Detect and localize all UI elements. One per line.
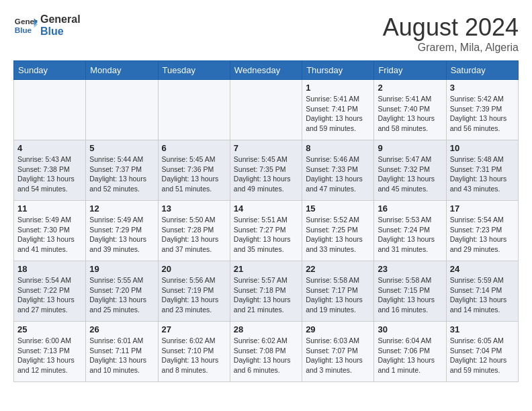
day-number: 19 [89, 264, 154, 274]
day-info: Sunrise: 6:04 AMSunset: 7:06 PMDaylight:… [378, 336, 442, 375]
calendar-cell: 8Sunrise: 5:46 AMSunset: 7:33 PMDaylight… [302, 140, 374, 201]
calendar-cell: 29Sunrise: 6:03 AMSunset: 7:07 PMDayligh… [302, 322, 374, 382]
day-number: 23 [378, 264, 442, 274]
day-number: 11 [17, 203, 82, 214]
day-number: 6 [162, 143, 226, 153]
svg-text:Blue: Blue [15, 26, 32, 34]
logo-line2: Blue [40, 26, 81, 38]
day-number: 21 [234, 264, 298, 274]
calendar-cell: 19Sunrise: 5:55 AMSunset: 7:20 PMDayligh… [86, 261, 158, 322]
calendar-cell: 7Sunrise: 5:45 AMSunset: 7:35 PMDaylight… [230, 140, 302, 201]
calendar-cell: 16Sunrise: 5:53 AMSunset: 7:24 PMDayligh… [374, 201, 446, 261]
day-info: Sunrise: 5:54 AMSunset: 7:22 PMDaylight:… [17, 275, 82, 315]
day-info: Sunrise: 5:45 AMSunset: 7:35 PMDaylight:… [234, 154, 298, 194]
day-info: Sunrise: 5:45 AMSunset: 7:36 PMDaylight:… [162, 154, 226, 194]
day-info: Sunrise: 5:44 AMSunset: 7:37 PMDaylight:… [89, 154, 154, 194]
day-info: Sunrise: 6:01 AMSunset: 7:11 PMDaylight:… [89, 336, 154, 375]
calendar-cell: 27Sunrise: 6:02 AMSunset: 7:10 PMDayligh… [158, 322, 230, 382]
week-row-5: 25Sunrise: 6:00 AMSunset: 7:13 PMDayligh… [14, 322, 519, 382]
calendar-body: 1Sunrise: 5:41 AMSunset: 7:41 PMDaylight… [14, 80, 519, 382]
weekday-header-wednesday: Wednesday [230, 61, 302, 80]
day-info: Sunrise: 6:02 AMSunset: 7:08 PMDaylight:… [234, 336, 298, 375]
calendar-cell: 4Sunrise: 5:43 AMSunset: 7:38 PMDaylight… [14, 140, 86, 201]
day-number: 20 [162, 264, 226, 274]
calendar-cell: 28Sunrise: 6:02 AMSunset: 7:08 PMDayligh… [230, 322, 302, 382]
weekday-header-thursday: Thursday [302, 61, 374, 80]
day-number: 29 [306, 324, 370, 334]
day-info: Sunrise: 5:48 AMSunset: 7:31 PMDaylight:… [450, 154, 515, 194]
calendar-table: SundayMondayTuesdayWednesdayThursdayFrid… [13, 60, 519, 382]
day-number: 22 [306, 264, 370, 274]
calendar-cell: 9Sunrise: 5:47 AMSunset: 7:32 PMDaylight… [374, 140, 446, 201]
day-number: 24 [450, 264, 515, 274]
day-info: Sunrise: 5:55 AMSunset: 7:20 PMDaylight:… [89, 275, 154, 315]
calendar-cell [14, 80, 86, 140]
day-info: Sunrise: 5:49 AMSunset: 7:29 PMDaylight:… [89, 215, 154, 255]
weekday-header-monday: Monday [86, 61, 158, 80]
calendar-cell: 12Sunrise: 5:49 AMSunset: 7:29 PMDayligh… [86, 201, 158, 261]
calendar-cell: 14Sunrise: 5:51 AMSunset: 7:27 PMDayligh… [230, 201, 302, 261]
day-number: 5 [89, 143, 154, 153]
day-number: 26 [89, 324, 154, 334]
weekday-header-tuesday: Tuesday [158, 61, 230, 80]
day-info: Sunrise: 5:54 AMSunset: 7:23 PMDaylight:… [450, 215, 515, 255]
logo-icon: General Blue [13, 13, 38, 38]
day-info: Sunrise: 5:57 AMSunset: 7:18 PMDaylight:… [234, 275, 298, 315]
calendar-cell: 10Sunrise: 5:48 AMSunset: 7:31 PMDayligh… [446, 140, 518, 201]
day-info: Sunrise: 5:58 AMSunset: 7:15 PMDaylight:… [378, 275, 442, 315]
day-number: 13 [162, 203, 226, 214]
day-info: Sunrise: 5:49 AMSunset: 7:30 PMDaylight:… [17, 215, 82, 255]
calendar-cell [158, 80, 230, 140]
week-row-3: 11Sunrise: 5:49 AMSunset: 7:30 PMDayligh… [14, 201, 519, 261]
day-number: 27 [162, 324, 226, 334]
weekday-header-sunday: Sunday [14, 61, 86, 80]
title-block: August 2024 Grarem, Mila, Algeria [383, 13, 519, 54]
day-info: Sunrise: 5:56 AMSunset: 7:19 PMDaylight:… [162, 275, 226, 315]
day-number: 3 [450, 83, 515, 93]
day-info: Sunrise: 5:46 AMSunset: 7:33 PMDaylight:… [306, 154, 370, 194]
day-number: 15 [306, 203, 370, 214]
day-info: Sunrise: 5:59 AMSunset: 7:14 PMDaylight:… [450, 275, 515, 315]
calendar-cell: 23Sunrise: 5:58 AMSunset: 7:15 PMDayligh… [374, 261, 446, 322]
day-info: Sunrise: 5:52 AMSunset: 7:25 PMDaylight:… [306, 215, 370, 255]
calendar-cell: 3Sunrise: 5:42 AMSunset: 7:39 PMDaylight… [446, 80, 518, 140]
week-row-4: 18Sunrise: 5:54 AMSunset: 7:22 PMDayligh… [14, 261, 519, 322]
day-info: Sunrise: 5:51 AMSunset: 7:27 PMDaylight:… [234, 215, 298, 255]
day-number: 1 [306, 83, 370, 93]
day-info: Sunrise: 5:50 AMSunset: 7:28 PMDaylight:… [162, 215, 226, 255]
day-info: Sunrise: 5:47 AMSunset: 7:32 PMDaylight:… [378, 154, 442, 194]
day-number: 4 [17, 143, 82, 153]
day-info: Sunrise: 5:41 AMSunset: 7:40 PMDaylight:… [378, 94, 442, 134]
day-info: Sunrise: 5:58 AMSunset: 7:17 PMDaylight:… [306, 275, 370, 315]
day-number: 17 [450, 203, 515, 214]
location: Grarem, Mila, Algeria [383, 42, 519, 54]
day-info: Sunrise: 6:00 AMSunset: 7:13 PMDaylight:… [17, 336, 82, 375]
calendar-cell: 21Sunrise: 5:57 AMSunset: 7:18 PMDayligh… [230, 261, 302, 322]
day-number: 25 [17, 324, 82, 334]
day-info: Sunrise: 5:53 AMSunset: 7:24 PMDaylight:… [378, 215, 442, 255]
calendar-cell: 25Sunrise: 6:00 AMSunset: 7:13 PMDayligh… [14, 322, 86, 382]
calendar-cell [86, 80, 158, 140]
day-number: 9 [378, 143, 442, 153]
logo: General Blue General Blue [13, 13, 81, 38]
day-number: 14 [234, 203, 298, 214]
calendar-cell: 18Sunrise: 5:54 AMSunset: 7:22 PMDayligh… [14, 261, 86, 322]
day-number: 28 [234, 324, 298, 334]
weekday-header-saturday: Saturday [446, 61, 518, 80]
calendar-cell: 2Sunrise: 5:41 AMSunset: 7:40 PMDaylight… [374, 80, 446, 140]
weekday-header-row: SundayMondayTuesdayWednesdayThursdayFrid… [14, 61, 519, 80]
month-title: August 2024 [383, 13, 519, 42]
calendar-cell: 11Sunrise: 5:49 AMSunset: 7:30 PMDayligh… [14, 201, 86, 261]
day-number: 7 [234, 143, 298, 153]
day-number: 31 [450, 324, 515, 334]
day-info: Sunrise: 5:43 AMSunset: 7:38 PMDaylight:… [17, 154, 82, 194]
week-row-1: 1Sunrise: 5:41 AMSunset: 7:41 PMDaylight… [14, 80, 519, 140]
calendar-cell: 30Sunrise: 6:04 AMSunset: 7:06 PMDayligh… [374, 322, 446, 382]
calendar-cell: 15Sunrise: 5:52 AMSunset: 7:25 PMDayligh… [302, 201, 374, 261]
weekday-header-friday: Friday [374, 61, 446, 80]
day-info: Sunrise: 6:05 AMSunset: 7:04 PMDaylight:… [450, 336, 515, 375]
page-header: General Blue General Blue August 2024 Gr… [13, 13, 519, 54]
calendar-cell: 13Sunrise: 5:50 AMSunset: 7:28 PMDayligh… [158, 201, 230, 261]
day-info: Sunrise: 6:03 AMSunset: 7:07 PMDaylight:… [306, 336, 370, 375]
calendar-cell: 31Sunrise: 6:05 AMSunset: 7:04 PMDayligh… [446, 322, 518, 382]
